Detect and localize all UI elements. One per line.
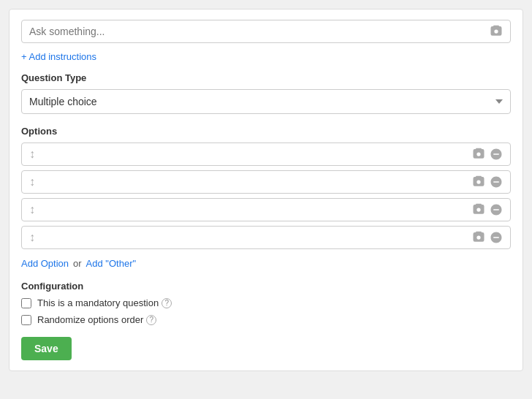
mandatory-question-help-icon[interactable]: ?	[162, 298, 172, 308]
option-row-2: ↕	[21, 170, 511, 194]
drag-handle-3[interactable]: ↕	[29, 203, 35, 216]
add-options-separator: or	[73, 258, 82, 269]
mandatory-question-checkbox[interactable]	[21, 298, 31, 308]
option-camera-icon-3[interactable]	[472, 203, 485, 216]
mandatory-question-label: This is a mandatory question	[37, 297, 159, 308]
drag-handle-4[interactable]: ↕	[29, 231, 35, 244]
option-icons-1	[472, 148, 503, 161]
configuration-section: Configuration This is a mandatory questi…	[21, 281, 511, 325]
configuration-label: Configuration	[21, 281, 511, 292]
option-row-3: ↕	[21, 198, 511, 221]
randomize-options-checkbox[interactable]	[21, 315, 31, 325]
option-icons-3	[472, 203, 503, 216]
drag-handle-1[interactable]: ↕	[29, 148, 35, 161]
question-type-label: Question Type	[21, 72, 511, 83]
ask-question-input[interactable]	[29, 26, 490, 37]
option-camera-icon-2[interactable]	[472, 175, 485, 189]
options-label: Options	[21, 126, 511, 137]
option-row-1: ↕	[21, 142, 511, 166]
save-button[interactable]: Save	[21, 337, 72, 360]
option-remove-icon-3[interactable]	[490, 203, 503, 216]
drag-handle-2[interactable]: ↕	[29, 175, 35, 189]
option-input-2[interactable]	[41, 176, 472, 188]
add-options-row: Add Option or Add "Other"	[21, 258, 511, 269]
ask-camera-icon[interactable]	[490, 25, 503, 38]
option-row-4: ↕	[21, 226, 511, 249]
option-camera-icon-1[interactable]	[472, 148, 485, 161]
question-card: + Add instructions Question Type Multipl…	[9, 9, 523, 371]
option-icons-4	[472, 231, 503, 244]
option-input-1[interactable]	[41, 148, 472, 160]
add-option-link[interactable]: Add Option	[21, 258, 69, 269]
randomize-options-label: Randomize options order	[37, 314, 143, 325]
option-remove-icon-1[interactable]	[490, 148, 503, 161]
option-icons-2	[472, 175, 503, 189]
add-instructions-link[interactable]: + Add instructions	[21, 51, 96, 62]
randomize-options-help-icon[interactable]: ?	[146, 315, 156, 325]
ask-question-row	[21, 20, 511, 43]
mandatory-question-item: This is a mandatory question ?	[21, 297, 511, 308]
option-input-4[interactable]	[41, 232, 472, 243]
options-section: Options ↕ ↕	[21, 126, 511, 249]
option-camera-icon-4[interactable]	[472, 231, 485, 244]
option-remove-icon-2[interactable]	[490, 175, 503, 189]
question-type-select[interactable]: Multiple choice Short answer Long answer…	[21, 89, 511, 114]
randomize-options-item: Randomize options order ?	[21, 314, 511, 325]
option-remove-icon-4[interactable]	[490, 231, 503, 244]
option-input-3[interactable]	[41, 204, 472, 216]
add-other-link[interactable]: Add "Other"	[86, 258, 137, 269]
